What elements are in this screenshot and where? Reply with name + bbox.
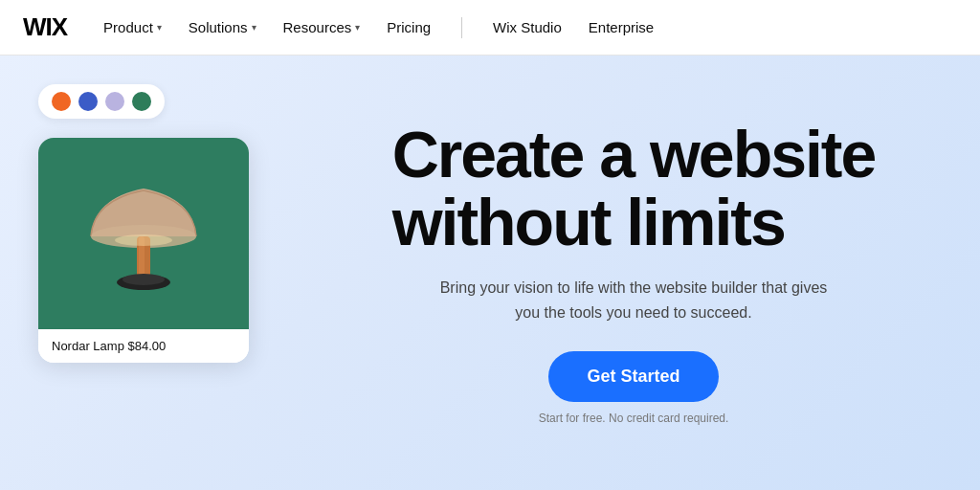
nav-label-enterprise: Enterprise — [589, 19, 654, 35]
hero-section: Created — [0, 56, 980, 490]
color-swatch-group[interactable] — [38, 84, 165, 119]
svg-point-6 — [115, 234, 172, 246]
product-card: Nordar Lamp $84.00 — [38, 138, 249, 363]
hero-cta-sub: Start for free. No credit card required. — [539, 412, 729, 425]
nav-label-pricing: Pricing — [387, 19, 431, 35]
lamp-illustration — [77, 152, 211, 315]
color-dot-2[interactable] — [105, 92, 124, 111]
nav-item-enterprise[interactable]: Enterprise — [589, 19, 654, 35]
chevron-down-icon: ▾ — [355, 22, 360, 33]
nav-item-solutions[interactable]: Solutions ▾ — [189, 19, 256, 35]
nav-divider — [461, 17, 462, 38]
nav-item-wix-studio[interactable]: Wix Studio — [493, 19, 562, 35]
nav-item-product[interactable]: Product ▾ — [103, 19, 162, 35]
nav-label-resources: Resources — [283, 19, 352, 35]
nav-label-solutions: Solutions — [189, 19, 248, 35]
svg-point-5 — [122, 274, 165, 285]
hero-left: Nordar Lamp $84.00 — [0, 56, 306, 490]
hero-subtext: Bring your vision to life with the websi… — [433, 276, 835, 324]
nav-item-pricing[interactable]: Pricing — [387, 19, 431, 35]
nav-item-resources[interactable]: Resources ▾ — [283, 19, 361, 35]
nav-label-product: Product — [103, 19, 153, 35]
product-card-label: Nordar Lamp $84.00 — [38, 329, 249, 363]
navbar: WIX Product ▾ Solutions ▾ Resources ▾ Pr… — [0, 0, 980, 56]
chevron-down-icon: ▾ — [252, 22, 256, 33]
get-started-button[interactable]: Get Started — [548, 351, 718, 402]
product-card-image — [38, 138, 249, 329]
nav-label-wix-studio: Wix Studio — [493, 19, 562, 35]
color-dot-1[interactable] — [78, 92, 98, 111]
chevron-down-icon: ▾ — [157, 22, 162, 33]
hero-right: Create a website without limits Bring yo… — [306, 56, 980, 490]
hero-content: Create a website without limits Bring yo… — [325, 121, 942, 426]
wix-logo[interactable]: WIX — [23, 12, 67, 42]
color-dot-3[interactable] — [132, 92, 151, 111]
color-dot-0[interactable] — [52, 92, 71, 111]
hero-headline: Create a website without limits — [392, 121, 876, 257]
